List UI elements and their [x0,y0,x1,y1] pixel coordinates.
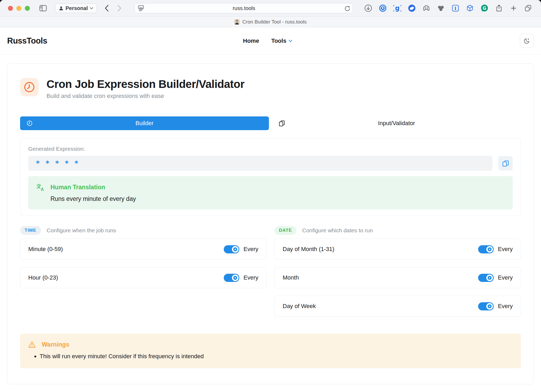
zoom-window-button[interactable] [25,6,30,11]
site-header: RussTools Home Tools [0,27,541,55]
favicon-avatar [234,19,240,25]
instapaper-icon[interactable]: I [451,4,459,12]
flower-icon[interactable] [437,4,445,12]
page-content: Cron Job Expression Builder/Validator Bu… [0,55,541,392]
minute-field: Minute (0-59) Every [20,239,267,260]
hour-toggle[interactable] [224,274,239,282]
elephant-icon[interactable] [422,4,430,12]
time-description: Configure when the job runs [47,227,116,234]
reload-icon[interactable] [344,5,350,11]
time-section: TIME Configure when the job runs Minute … [20,226,267,324]
svg-text:I: I [455,6,457,11]
traffic-lights [8,6,30,11]
warning-item: This will run every minute! Consider if … [40,353,513,360]
warnings-list: This will run every minute! Consider if … [28,353,513,360]
tab-title: Cron Builder Tool - russ.tools [242,19,307,25]
expression-panel: Generated Expression: * * * * * A Human … [20,138,521,216]
nav-home[interactable]: Home [243,37,259,44]
expression-label: Generated Expression: [28,146,513,152]
tab-builder[interactable]: Builder [20,116,269,130]
language-icon: A [36,183,45,191]
svg-text:G: G [483,6,487,11]
profile-button[interactable]: Personal [55,3,97,13]
minute-toggle[interactable] [224,245,239,253]
person-icon [59,6,63,11]
translation-title: Human Translation [50,184,105,191]
cube-icon[interactable] [466,4,474,12]
grammarly-icon[interactable]: G [481,4,488,12]
day-of-week-field: Day of Week Every [274,296,521,317]
extension-cluster: {g} I G [364,4,532,12]
browser-window: Personal russ.tools {g} I G [0,0,541,392]
mode-tabs: Builder Input/Validator [20,116,521,130]
tab-title-bar[interactable]: Cron Builder Tool - russ.tools [0,16,541,27]
sidebar-icon[interactable] [39,5,47,11]
tab-input-validator[interactable]: Input/Validator [272,116,521,130]
share-icon[interactable] [495,4,503,12]
human-translation-box: A Human Translation Runs every minute of… [28,176,513,209]
g-extension-icon[interactable]: {g} [393,4,401,12]
profile-label: Personal [66,5,88,11]
new-tab-icon[interactable] [510,4,517,12]
day-of-week-toggle[interactable] [478,302,494,310]
tool-card: Cron Job Expression Builder/Validator Bu… [7,63,534,384]
date-section: DATE Configure which dates to run Day of… [274,226,521,324]
month-toggle[interactable] [478,274,494,282]
day-of-month-toggle[interactable] [478,245,494,253]
clock-icon [20,78,39,96]
chevron-down-icon [288,40,292,42]
copy-icon [278,120,285,127]
copy-expression-button[interactable] [498,156,513,171]
hour-field: Hour (0-23) Every [20,267,267,288]
forward-icon[interactable] [117,4,122,12]
svg-text:{g}: {g} [393,4,401,12]
warnings-title: Warnings [42,341,69,348]
brand-logo[interactable]: RussTools [7,36,47,46]
moon-icon [523,37,530,44]
nav-tools[interactable]: Tools [271,37,292,44]
chevron-down-icon [90,7,93,10]
svg-text:A: A [41,187,44,191]
minimize-window-button[interactable] [16,6,21,11]
back-icon[interactable] [104,4,109,12]
copy-icon [502,160,509,167]
time-badge: TIME [20,226,41,235]
clock-icon [26,120,33,126]
date-badge: DATE [274,226,296,235]
bear-icon[interactable] [408,4,416,12]
warnings-box: Warnings This will run every minute! Con… [20,334,521,368]
tab-overview-icon[interactable] [524,4,532,12]
translation-text: Runs every minute of every day [50,195,505,202]
page-title: Cron Job Expression Builder/Validator [46,78,244,91]
page-subtitle: Build and validate cron expressions with… [46,93,244,100]
day-of-month-field: Day of Month (1-31) Every [274,239,521,260]
main-nav: Home Tools [243,37,292,44]
browser-toolbar: Personal russ.tools {g} I G [0,0,541,16]
title-row: Cron Job Expression Builder/Validator Bu… [20,78,521,100]
close-window-button[interactable] [8,6,13,11]
download-icon[interactable] [364,4,372,12]
warning-icon [28,341,36,348]
dark-mode-toggle[interactable] [520,34,534,48]
month-field: Month Every [274,267,521,288]
date-description: Configure which dates to run [302,227,373,234]
onepassword-icon[interactable] [379,4,387,12]
url-text[interactable]: russ.tools [135,5,353,11]
expression-value[interactable]: * * * * * [28,156,492,171]
url-bar[interactable]: russ.tools [134,3,353,13]
